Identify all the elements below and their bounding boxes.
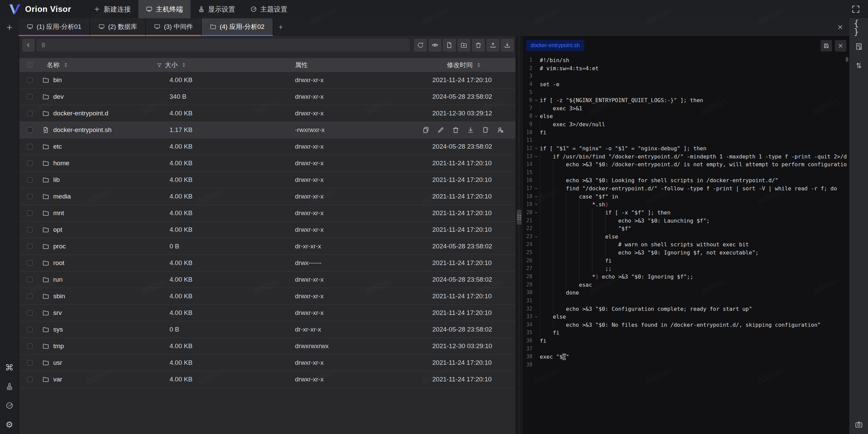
close-all-tabs-button[interactable] xyxy=(836,23,845,32)
table-row[interactable]: proc0 Bdr-xr-xr-x2024-05-28 23:58:02 xyxy=(19,238,515,255)
tab-1[interactable]: (1) 应用-分析01 xyxy=(19,18,90,36)
upload-button[interactable] xyxy=(487,39,499,52)
tab-3[interactable]: (3) 中间件 xyxy=(146,18,202,36)
path-input[interactable] xyxy=(37,39,410,52)
row-checkbox[interactable] xyxy=(27,377,33,382)
table-row[interactable]: bin4.00 KBdrwxr-xr-x2021-11-24 17:20:10 xyxy=(19,72,515,89)
row-checkbox[interactable] xyxy=(27,111,33,116)
save-button[interactable] xyxy=(821,40,832,52)
fold-chevron-down-icon[interactable] xyxy=(534,210,539,215)
new-file-button[interactable] xyxy=(443,39,456,52)
table-row[interactable]: opt4.00 KBdrwxr-xr-x2021-11-24 17:20:10 xyxy=(19,222,515,238)
fold-chevron-down-icon[interactable] xyxy=(534,186,539,191)
row-checkbox[interactable] xyxy=(27,161,33,166)
fold-chevron-down-icon[interactable] xyxy=(534,234,539,239)
fold-chevron-down-icon[interactable] xyxy=(534,202,539,207)
row-action-delete[interactable] xyxy=(452,122,459,138)
new-file-icon xyxy=(446,42,453,49)
row-checkbox[interactable] xyxy=(27,244,33,249)
row-checkbox[interactable] xyxy=(27,360,33,365)
row-checkbox[interactable] xyxy=(27,277,33,282)
new-connection-button[interactable] xyxy=(4,22,15,33)
back-button[interactable] xyxy=(22,39,35,52)
settings-button[interactable]: ⚙ xyxy=(4,419,15,430)
sort-toggle-size[interactable] xyxy=(182,63,185,67)
fold-chevron-down-icon[interactable] xyxy=(534,114,539,119)
editor-scrollbar-thumb[interactable] xyxy=(846,57,848,62)
theme-settings-button[interactable] xyxy=(4,400,15,411)
shortcuts-button[interactable]: ⌘ xyxy=(4,362,15,373)
nav-item-2[interactable]: 显示设置 xyxy=(191,0,243,18)
terminal-icon xyxy=(146,6,153,13)
table-row[interactable]: docker-entrypoint.sh1.17 KB-rwxrwxr-x xyxy=(19,122,515,138)
editor-file-chip[interactable]: docker-entrypoint.sh xyxy=(526,40,584,51)
table-row[interactable]: var4.00 KBdrwxr-xr-x2021-11-24 17:20:10 xyxy=(19,371,515,388)
folder-icon xyxy=(42,77,49,83)
toggle-hidden-button[interactable] xyxy=(429,39,441,52)
file-manager-button[interactable] xyxy=(854,41,864,52)
fold-chevron-down-icon[interactable] xyxy=(534,98,539,103)
code-text: set -e xyxy=(540,80,559,89)
row-action-download[interactable] xyxy=(467,122,474,138)
table-row[interactable]: etc4.00 KBdrwxr-xr-x2024-05-28 23:58:02 xyxy=(19,138,515,155)
row-action-permission[interactable] xyxy=(497,122,504,138)
fold-chevron-down-icon[interactable] xyxy=(534,194,539,199)
row-checkbox[interactable] xyxy=(27,343,33,349)
row-checkbox[interactable] xyxy=(27,260,33,266)
row-checkbox[interactable] xyxy=(27,127,33,133)
refresh-button[interactable] xyxy=(414,39,427,52)
splitter-drag-handle[interactable] xyxy=(517,210,521,225)
table-row[interactable]: tmp4.00 KBdrwxrwxrwx2021-12-30 03:29:10 xyxy=(19,338,515,355)
new-tab-button[interactable] xyxy=(273,18,288,36)
row-checkbox[interactable] xyxy=(27,77,33,83)
select-all-checkbox[interactable] xyxy=(27,62,33,68)
row-checkbox[interactable] xyxy=(27,94,33,99)
table-row[interactable]: home4.00 KBdrwxr-xr-x2021-11-24 17:20:10 xyxy=(19,155,515,172)
fold-chevron-down-icon[interactable] xyxy=(534,146,539,151)
table-row[interactable]: docker-entrypoint.d4.00 KBdrwxr-xr-x2021… xyxy=(19,105,515,122)
nav-item-3[interactable]: 主题设置 xyxy=(243,0,295,18)
row-action-edit[interactable] xyxy=(437,122,445,138)
new-folder-button[interactable] xyxy=(457,39,470,52)
fold-chevron-down-icon[interactable] xyxy=(534,314,539,319)
delete-button[interactable] xyxy=(472,39,485,52)
table-row[interactable]: sbin4.00 KBdrwxr-xr-x2021-11-24 17:20:10 xyxy=(19,288,515,305)
tab-2[interactable]: (2) 数据库 xyxy=(90,18,146,36)
tab-4[interactable]: (4) 应用-分析02 xyxy=(202,18,273,36)
table-row[interactable]: sys0 Bdr-xr-xr-x2024-05-28 23:58:02 xyxy=(19,321,515,338)
row-checkbox[interactable] xyxy=(27,144,33,149)
sort-toggle-mtime[interactable] xyxy=(477,63,480,67)
table-row[interactable]: root4.00 KBdrwx------2021-11-24 17:20:10 xyxy=(19,255,515,271)
row-checkbox[interactable] xyxy=(27,327,33,332)
row-checkbox[interactable] xyxy=(27,177,33,183)
transfer-list-button[interactable] xyxy=(854,60,864,71)
line-number: 1 xyxy=(523,56,532,64)
row-checkbox[interactable] xyxy=(27,227,33,232)
fold-chevron-down-icon[interactable] xyxy=(534,154,539,159)
row-action-move[interactable] xyxy=(482,122,489,138)
table-row[interactable]: usr4.00 KBdrwxr-xr-x2021-11-24 17:20:10 xyxy=(19,355,515,371)
variables-button[interactable]: { } xyxy=(854,22,864,33)
display-settings-button[interactable] xyxy=(4,381,15,392)
sort-toggle-name[interactable] xyxy=(64,63,67,67)
fullscreen-icon[interactable] xyxy=(851,4,861,14)
table-row[interactable]: lib4.00 KBdrwxr-xr-x2021-11-24 17:20:10 xyxy=(19,172,515,188)
file-attr: drwxr-xr-x xyxy=(295,305,323,321)
editor-close-button[interactable] xyxy=(835,40,846,52)
row-checkbox[interactable] xyxy=(27,294,33,299)
filter-icon[interactable] xyxy=(157,62,162,68)
screenshot-button[interactable] xyxy=(854,419,864,430)
table-row[interactable]: run4.00 KBdrwxr-xr-x2024-05-28 23:58:02 xyxy=(19,271,515,288)
row-checkbox[interactable] xyxy=(27,194,33,199)
table-row[interactable]: srv4.00 KBdrwxr-xr-x2021-11-24 17:20:10 xyxy=(19,305,515,321)
nav-item-0[interactable]: 新建连接 xyxy=(86,0,138,18)
table-row[interactable]: mnt4.00 KBdrwxr-xr-x2021-11-24 17:20:10 xyxy=(19,205,515,222)
table-row[interactable]: media4.00 KBdrwxr-xr-x2021-11-24 17:20:1… xyxy=(19,188,515,205)
table-row[interactable]: dev340 Bdrwxr-xr-x2024-05-28 23:58:02 xyxy=(19,89,515,105)
row-checkbox[interactable] xyxy=(27,210,33,216)
row-checkbox[interactable] xyxy=(27,310,33,316)
line-number: 3 xyxy=(523,72,532,80)
row-action-copy[interactable] xyxy=(422,122,430,138)
download-button[interactable] xyxy=(501,39,514,52)
nav-item-1[interactable]: 主机终端 xyxy=(138,0,191,18)
